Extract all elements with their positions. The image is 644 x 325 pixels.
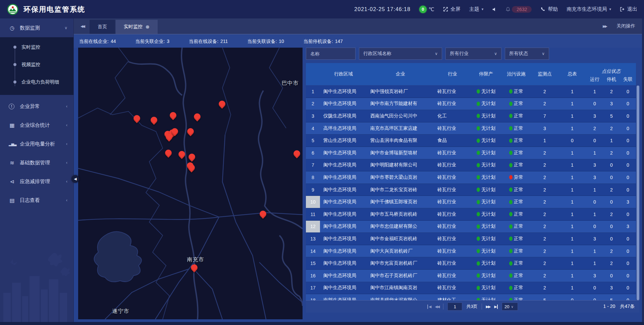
stop-count-cell: 0 [603,233,620,245]
table-row[interactable]: 5 营山生态环境局 营山县润丰肉食品有限 食品 无计划 正常 1 0 0 1 0 [306,134,636,147]
meters-cell: 1 [558,122,586,134]
run-count-cell: 0 [586,221,603,233]
table-row[interactable]: 8 阆中生态环境局 阆中市枣碧大梁山页岩 砖瓦行业 无计划 异常 2 1 3 0… [306,171,636,184]
table-row[interactable]: 14 阆中生态环境局 阆中大兴页岩机砖厂 砖瓦行业 无计划 正常 2 1 1 2… [306,245,636,258]
sidebar-item-enterprise-abnormal[interactable]: ! 企业异常 ‹ [0,97,73,116]
notifications-button[interactable]: 2632 [505,6,532,13]
tab-scroll-right-button[interactable]: ▶▶ [603,24,606,29]
table-row[interactable]: 12 阆中生态环境局 阆中市忠信建材有限公 砖瓦行业 无计划 正常 2 1 0 … [306,221,636,233]
chevron-down-icon: ∨ [64,25,67,30]
table-row[interactable]: 7 阆中生态环境局 阆中明阳建材有限公司 砖瓦行业 无计划 正常 2 1 3 0… [306,159,636,172]
status-dot-icon [509,102,513,106]
sidebar-item-power-load-detail[interactable]: 企业电力负荷明细 [0,73,73,91]
page-scroll-track[interactable] [642,18,644,325]
industry-filter-select[interactable]: 所有行业 ∨ [445,48,501,60]
stat-online-enterprises: 当前在线企业:44 [79,39,116,45]
lost-count-cell: 3 [620,196,636,208]
sound-toggle-button[interactable] [492,7,497,12]
last-page-button[interactable]: ▶ [494,305,498,309]
logout-button[interactable]: 退出 [620,6,637,12]
app-logo-icon [7,3,19,15]
meters-cell: 1 [558,233,586,245]
sidebar-item-realtime-monitor[interactable]: 实时监控 [0,39,73,56]
org-dropdown[interactable]: 南充市生态环境局 ▾ [567,6,611,12]
region-cell: 阆中生态环境局 [320,98,367,110]
region-filter-select[interactable]: 行政区域名称 ∨ [359,48,442,60]
table-row[interactable]: 13 阆中生态环境局 阆中市金福旺页岩机砖 砖瓦行业 无计划 正常 2 1 3 … [306,233,636,245]
column-header-limit: 停限产 [471,63,501,85]
monitor-points-cell: 2 [531,86,558,98]
table-row[interactable]: 10 阆中生态环境局 阆中千佛镇五郎垭页岩 砖瓦行业 无计划 正常 2 1 0 … [306,196,636,208]
stats-grid-icon: ▦ [9,122,15,128]
chevron-down-icon: ∨ [511,305,513,309]
company-cell: 南充市高坪区王家店建 [367,122,434,134]
status-filter-select[interactable]: 所有状态 ∨ [505,48,549,60]
facility-status-cell: 正常 [501,221,531,233]
limit-status-cell: 无计划 [471,147,501,159]
table-row[interactable]: 3 仪陇生态环境局 西南油气田分公司川中 化工 无计划 正常 7 1 3 5 0 [306,110,636,122]
status-dot-icon [477,126,480,130]
theme-dropdown[interactable]: 主题 ▾ [469,6,484,12]
run-count-cell: 0 [586,294,603,300]
run-count-cell: 0 [586,196,603,208]
column-header-run: 运行 [586,75,603,85]
table-row[interactable]: 17 阆中生态环境局 阆中市江南镇阆南页岩 砖瓦行业 无计划 正常 2 1 0 … [306,282,636,294]
status-dot-icon [509,200,513,204]
status-dot-icon [509,114,513,118]
fullscreen-button[interactable]: 全屏 [443,6,461,12]
monitor-points-cell: 2 [531,196,558,208]
table-row[interactable]: 18 南部生态环境局 南部县砚华水泥有限公 建材化工 无计划 正常 5 0 0 … [306,294,636,300]
industry-cell: 砖瓦行业 [434,147,471,159]
table-row[interactable]: 4 高坪生态环境局 南充市高坪区王家店建 砖瓦行业 无计划 正常 3 1 2 2… [306,122,636,135]
stop-count-cell: 1 [603,134,620,147]
table-row[interactable]: 15 阆中生态环境局 阆中市光富页岩机砖厂 砖瓦行业 无计划 正常 2 1 1 … [306,257,636,270]
company-cell: 阆中大兴页岩机砖厂 [367,245,434,257]
table-row[interactable]: 9 阆中生态环境局 阆中市二龙长宝页岩砖 砖瓦行业 无计划 正常 2 1 1 2… [306,184,636,196]
table-row[interactable]: 6 阆中生态环境局 阆中市金博瑞新型墙材 砖瓦行业 无计划 正常 2 1 1 2… [306,147,636,159]
tab-label: 实时监控 [124,24,143,30]
limit-status-cell: 无计划 [471,233,501,245]
close-operations-button[interactable]: 关闭操作 [616,23,635,29]
sidebar-item-label: 企业综合统计 [20,122,50,128]
first-page-button[interactable]: ◀ [427,305,431,309]
help-button[interactable]: 帮助 [540,6,558,12]
status-dot-icon [509,89,513,94]
next-page-button[interactable]: ▶▶ [486,305,490,309]
tab-scroll-left-button[interactable]: ◀◀ [74,24,90,29]
facility-status-cell: 正常 [501,245,531,257]
prev-page-button[interactable]: ◀◀ [435,305,439,309]
name-filter-field[interactable] [306,48,356,60]
sidebar-item-log-view[interactable]: ▤ 日志查看 ‹ [0,191,73,210]
sidebar-item-label: 数据监测 [20,25,40,31]
status-dot-icon [509,163,513,167]
table-row[interactable]: 16 阆中生态环境局 阆中市石子页岩机砖厂 砖瓦行业 无计划 正常 2 1 3 … [306,270,636,282]
status-dot-icon [509,236,513,241]
sidebar-item-video-monitor[interactable]: 视频监控 [0,56,73,73]
page-number-input[interactable] [447,303,462,311]
sidebar-item-data-monitor[interactable]: ◷ 数据监测 ∨ [0,18,73,37]
table-row[interactable]: 2 阆中生态环境局 阆中市南方节能建材有 砖瓦行业 无计划 正常 2 1 0 3… [306,98,636,110]
top-header: 环保用电监管系统 2021-02-25 17:46:18 0 ℃ 全屏 主题 ▾ [0,0,644,18]
table-row[interactable]: 11 阆中生态环境局 阆中市五马桥页岩机砖 砖瓦行业 无计划 正常 2 1 1 … [306,208,636,221]
sidebar-item-emergency-reduction[interactable]: ⊲ 应急减排管理 ‹ [0,172,73,191]
chevron-left-icon: ◀ [74,177,76,181]
monitor-points-cell: 2 [531,282,558,294]
run-count-cell: 1 [586,184,603,196]
sidebar-item-power-analysis[interactable]: ▂▅▃ 企业用电量分析 ‹ [0,134,73,153]
bar-chart-icon: ▂▅▃ [9,142,15,146]
name-filter-input[interactable] [310,51,351,56]
column-header-lost: 失联 [620,75,636,85]
tab-home[interactable]: 首页 [90,20,115,34]
facility-status-cell: 正常 [501,98,531,110]
table-scrollbar[interactable] [637,86,639,300]
map[interactable]: 巴中市南充市遂宁市 [78,48,303,319]
sidebar-item-base-data[interactable]: ≋ 基础数据管理 ‹ [0,153,73,172]
close-icon[interactable]: ⊗ [146,24,150,30]
sidebar-collapse-handle[interactable]: ◀ [71,175,79,183]
table-row[interactable]: 1 阆中生态环境局 阆中强锐页岩砖厂 砖瓦行业 无计划 正常 2 1 1 2 0 [306,86,636,98]
page-size-select[interactable]: 20 ∨ [502,303,518,311]
sidebar-item-enterprise-stats[interactable]: ▦ 企业综合统计 ‹ [0,116,73,134]
monitor-points-cell: 2 [531,208,558,220]
tab-realtime-monitor[interactable]: 实时监控 ⊗ [116,20,158,34]
total-count-label: 共47条 [620,304,635,310]
